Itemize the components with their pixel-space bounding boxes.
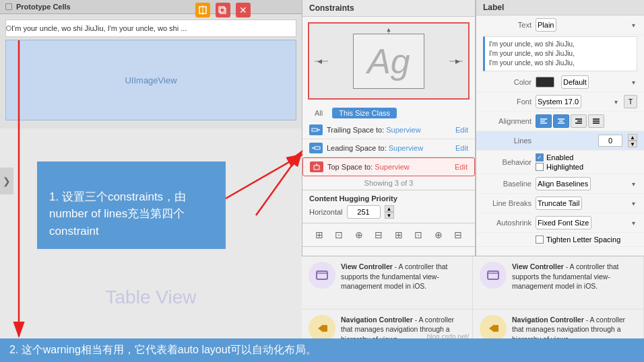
baseline-select-wrap: Align Baselines (536, 177, 637, 190)
trailing-edit[interactable]: Edit (455, 126, 468, 134)
svg-rect-4 (312, 129, 317, 131)
color-label: Color (483, 78, 532, 86)
toolbar-embed-icon[interactable]: ⊟ (371, 227, 386, 242)
chp-stepper-up[interactable]: ▲ (385, 205, 394, 212)
nc2-name: Navigation Controller (512, 316, 584, 324)
lines-stepper-up[interactable]: ▲ (628, 134, 637, 141)
color-row: Color Default (476, 73, 644, 92)
tighten-label: Tighten Letter Spacing (546, 236, 620, 244)
svg-rect-8 (314, 166, 319, 170)
line-breaks-select[interactable]: Truncate Tail (536, 196, 582, 210)
align-justify-button[interactable] (588, 114, 604, 128)
svg-rect-27 (323, 325, 327, 332)
autoshrink-row: Autoshrink Fixed Font Size (476, 213, 644, 233)
chp-title: Content Hugging Priority (309, 194, 468, 203)
text-row: Text Plain (476, 15, 644, 35)
lines-stepper: ▲ ▼ (628, 134, 637, 147)
alignment-row: Alignment (476, 112, 644, 131)
canvas-area: I'm your uncle, wo shi JiuJiu, I'm your … (0, 14, 302, 129)
canvas-panel: Prototype Cells I'm your uncle, wo shi J… (0, 0, 302, 362)
text-select[interactable]: Plain (536, 18, 556, 32)
toolbar-resize-icon[interactable]: ⊞ (391, 227, 406, 242)
preview-text: I'm your uncle, wo shi JiuJiu, I'm your … (483, 36, 637, 71)
toolbar-embed2-icon[interactable]: ⊟ (451, 227, 465, 242)
svg-marker-28 (489, 324, 494, 332)
nc-icon-1 (309, 315, 335, 342)
trailing-label: Trailing Space to: Superview (327, 126, 451, 134)
alignment-buttons (536, 114, 604, 128)
image-view-label: UIImageView (125, 75, 176, 85)
filter-size-class-button[interactable]: This Size Class (332, 108, 397, 118)
font-select[interactable]: System 17.0 (536, 95, 581, 108)
toolbar-icon-red-x[interactable]: ✕ (236, 3, 251, 17)
leading-superview: Superview (389, 144, 423, 152)
toolbar-pin-icon[interactable]: ⊡ (331, 227, 346, 242)
color-select[interactable]: Default (561, 75, 589, 89)
toolbar-pin2-icon[interactable]: ⊡ (411, 227, 426, 242)
highlighted-checkbox: Highlighted (536, 163, 583, 171)
line-breaks-label: Line Breaks (483, 199, 532, 207)
chp-horizontal-input[interactable] (347, 205, 381, 219)
bottom-toolbar: ⊞ ⊡ ⊕ ⊟ ⊞ ⊡ ⊕ ⊟ (302, 223, 475, 247)
constraint-item-leading: Leading Space to: Superview Edit (302, 139, 475, 157)
header-label: Prototype Cells (16, 3, 71, 11)
leading-edit[interactable]: Edit (455, 144, 468, 152)
nav-arrow[interactable]: ❯ (0, 168, 13, 194)
behavior-label: Behavior (483, 158, 532, 166)
nc1-name: Navigation Controller (341, 316, 413, 324)
lines-input[interactable] (598, 135, 622, 147)
filter-all-button[interactable]: All (308, 108, 329, 118)
nc-icon-2 (480, 315, 507, 342)
library-item-vc2[interactable]: View Controller - A controller that supp… (473, 256, 644, 310)
svg-marker-26 (318, 324, 323, 332)
baseline-select[interactable]: Align Baselines (536, 177, 591, 190)
baseline-row: Baseline Align Baselines (476, 174, 644, 194)
image-view-cell[interactable]: UIImageView (5, 40, 296, 120)
label-inspector-header: Label (476, 0, 644, 15)
toolbar-resolve-icon[interactable]: ⊕ (352, 227, 366, 242)
enabled-checkbox: ✓ Enabled (536, 153, 583, 161)
behavior-checkboxes: ✓ Enabled Highlighted (536, 153, 583, 171)
align-center-button[interactable] (553, 114, 569, 128)
chp-stepper-down[interactable]: ▼ (385, 212, 394, 219)
lines-label: Lines (483, 137, 532, 145)
highlighted-label: Highlighted (546, 163, 583, 171)
tighten-checkbox-box[interactable] (536, 236, 544, 244)
table-view-label: Table View (106, 287, 197, 308)
font-label: Font (483, 98, 532, 106)
svg-rect-29 (494, 325, 498, 332)
autoshrink-select[interactable]: Fixed Font Size (536, 216, 591, 229)
chp-section: Content Hugging Priority Horizontal ▲ ▼ (302, 190, 475, 223)
align-left-button[interactable] (536, 114, 552, 128)
text-label: Text (483, 21, 532, 29)
vc-icon-1 (309, 262, 335, 289)
library-item-vc1[interactable]: View Controller - A controller that supp… (302, 256, 473, 310)
cell-row-text: I'm your uncle, wo shi JiuJiu, I'm your … (5, 20, 296, 37)
autoshrink-select-wrap: Fixed Font Size (536, 216, 637, 229)
behavior-row: Behavior ✓ Enabled Highlighted (476, 151, 644, 174)
toolbar-icon-3d-box[interactable] (216, 3, 230, 17)
top-label: Top Space to: Superview (327, 163, 451, 171)
lines-stepper-down[interactable]: ▼ (628, 141, 637, 147)
line-breaks-row: Line Breaks Truncate Tail (476, 194, 644, 213)
text-select-wrap: Plain (536, 18, 637, 32)
svg-rect-3 (219, 7, 224, 12)
align-right-button[interactable] (571, 114, 587, 128)
toolbar-align-icon[interactable]: ⊞ (312, 227, 327, 242)
vc-icon-2 (480, 262, 507, 289)
top-edit[interactable]: Edit (455, 163, 468, 171)
vc2-text: View Controller - A controller that supp… (512, 262, 637, 291)
top-toolbar: ✕ (195, 3, 251, 17)
svg-rect-22 (317, 271, 327, 279)
leading-label: Leading Space to: Superview (327, 144, 451, 152)
font-edit-icon[interactable]: T (624, 95, 637, 108)
toolbar-edit-icon[interactable]: ⊕ (431, 227, 446, 242)
step1-annotation: 1. 设置三个constraints，由 number of lines充当第四… (37, 161, 226, 249)
color-swatch[interactable] (536, 77, 554, 87)
step2-text: 2. 这个warning相当有用，它代表着auto layout可以自动化布局。 (9, 344, 317, 355)
toolbar-icon-orange-square[interactable] (195, 3, 210, 17)
trailing-icon (309, 124, 323, 135)
enabled-checkbox-box[interactable]: ✓ (536, 153, 544, 161)
ag-preview-text: Ag (367, 42, 410, 81)
highlighted-checkbox-box[interactable] (536, 163, 544, 171)
